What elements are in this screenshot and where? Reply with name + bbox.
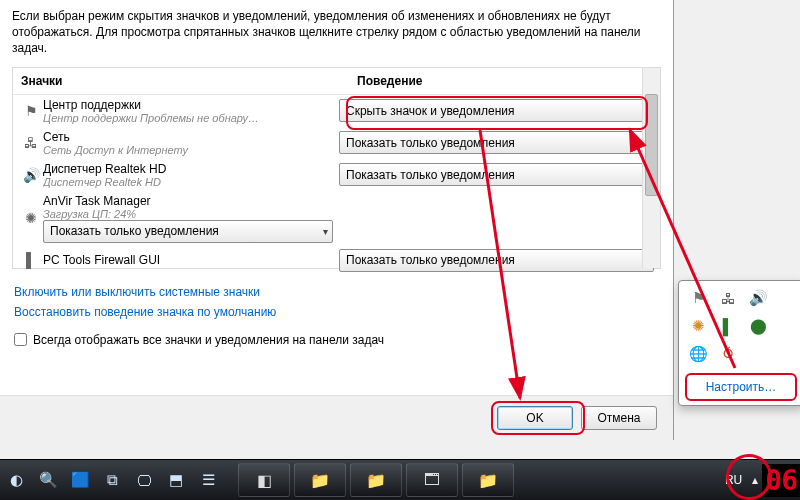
col-header-icons: Значки — [13, 68, 349, 94]
quicklaunch-2[interactable]: 🟦 — [67, 467, 93, 493]
popup-icon-area: ⚑🖧🔊✺▌⬤🌐⥀ — [685, 287, 797, 369]
row-select: Показать только уведомления▾ — [339, 131, 654, 154]
clock-digits: 06 — [762, 464, 800, 497]
taskbar-app-5[interactable]: 📁 — [462, 463, 514, 497]
always-show-row: Всегда отображать все значки и уведомлен… — [0, 327, 673, 353]
taskbar-app-4[interactable]: 🗔 — [406, 463, 458, 497]
row-title: Сеть — [43, 130, 333, 144]
always-show-label: Всегда отображать все значки и уведомлен… — [33, 333, 384, 347]
popup-speaker-icon[interactable]: 🔊 — [749, 289, 767, 307]
row-title: PC Tools Firewall GUI — [43, 253, 333, 267]
grid-scrollbar[interactable] — [642, 68, 660, 268]
row-text: AnVir Task ManagerЗагрузка ЦП: 24%Показа… — [43, 194, 339, 243]
popup-globe-icon[interactable]: 🌐 — [689, 345, 707, 363]
row-subtitle: Диспетчер Realtek HD — [43, 176, 333, 188]
popup-firewall-icon[interactable]: ▌ — [719, 317, 737, 335]
row-text: СетьСеть Доступ к Интернету — [43, 130, 339, 156]
language-indicator[interactable]: RU — [719, 473, 748, 487]
grid-row: 🔊Диспетчер Realtek HDДиспетчер Realtek H… — [13, 159, 660, 191]
row-subtitle: Сеть Доступ к Интернету — [43, 144, 333, 156]
quicklaunch-1[interactable]: 🔍 — [35, 467, 61, 493]
row-text: Диспетчер Realtek HDДиспетчер Realtek HD — [43, 162, 339, 188]
link-restore-default[interactable]: Восстановить поведение значка по умолчан… — [14, 305, 659, 319]
configure-link[interactable]: Настроить… — [689, 377, 793, 397]
popup-cc-icon[interactable]: ⥀ — [719, 345, 737, 363]
col-header-behavior: Поведение — [349, 68, 660, 94]
row-subtitle: Загрузка ЦП: 24% — [43, 208, 333, 220]
tray-chevron-icon[interactable]: ▴ — [748, 473, 762, 487]
taskbar: ◐ 🔍 🟦 ⧉ 🖵 ⬒ ☰ ◧ 📁 📁 🗔 📁 RU ▴ 06 — [0, 459, 800, 500]
grid-header: Значки Поведение — [13, 68, 660, 95]
behavior-dropdown[interactable]: Скрыть значок и уведомления▾ — [339, 99, 654, 122]
taskbar-app-3[interactable]: 📁 — [350, 463, 402, 497]
row-select: Показать только уведомления▾ — [339, 163, 654, 186]
row-text: PC Tools Firewall GUI — [43, 253, 339, 267]
start-button[interactable]: ◐ — [3, 467, 29, 493]
grid-row: 🖧СетьСеть Доступ к ИнтернетуПоказать тол… — [13, 127, 660, 159]
popup-network-icon[interactable]: 🖧 — [719, 289, 737, 307]
speaker-icon: 🔊 — [19, 167, 43, 183]
chevron-down-icon: ▾ — [323, 226, 328, 237]
scrollbar-thumb[interactable] — [645, 94, 658, 196]
quicklaunch-5[interactable]: ⬒ — [163, 467, 189, 493]
behavior-dropdown[interactable]: Показать только уведомления▾ — [339, 131, 654, 154]
taskbar-app-2[interactable]: 📁 — [294, 463, 346, 497]
row-title: Центр поддержки — [43, 98, 333, 112]
grid-row: ✺AnVir Task ManagerЗагрузка ЦП: 24%Показ… — [13, 191, 660, 246]
icons-grid: Значки Поведение ⚑Центр поддержкиЦентр п… — [12, 67, 661, 269]
dialog-button-bar: OK Отмена — [0, 395, 673, 440]
popup-flag-icon[interactable]: ⚑ — [689, 289, 707, 307]
row-select: Показать только уведомления▾ — [339, 249, 654, 272]
system-tray: RU ▴ 06 — [719, 460, 800, 500]
grid-row: ▌PC Tools Firewall GUIПоказать только ув… — [13, 246, 660, 275]
behavior-dropdown[interactable]: Показать только уведомления▾ — [339, 163, 654, 186]
dialog-description: Если выбран режим скрытия значков и увед… — [0, 0, 673, 67]
quicklaunch-4[interactable]: 🖵 — [131, 467, 157, 493]
flag-icon: ⚑ — [19, 103, 43, 119]
ok-button-label: OK — [526, 411, 543, 425]
network-icon: 🖧 — [19, 135, 43, 151]
cancel-button[interactable]: Отмена — [581, 406, 657, 430]
always-show-checkbox[interactable] — [14, 333, 27, 346]
row-text: Центр поддержкиЦентр поддержки Проблемы … — [43, 98, 339, 124]
row-select: Показать только уведомления▾ — [43, 220, 333, 243]
links-area: Включить или выключить системные значки … — [0, 269, 673, 327]
behavior-dropdown[interactable]: Показать только уведомления▾ — [339, 249, 654, 272]
behavior-dropdown[interactable]: Показать только уведомления▾ — [43, 220, 333, 243]
cancel-button-label: Отмена — [597, 411, 640, 425]
ok-button[interactable]: OK — [497, 406, 573, 430]
notification-area-dialog: Если выбран режим скрытия значков и увед… — [0, 0, 674, 440]
row-select: Скрыть значок и уведомления▾ — [339, 99, 654, 122]
link-toggle-system-icons[interactable]: Включить или выключить системные значки — [14, 285, 659, 299]
hidden-icons-popup: ⚑🖧🔊✺▌⬤🌐⥀ Настроить… — [678, 280, 800, 406]
row-title: AnVir Task Manager — [43, 194, 333, 208]
highlight-configure: Настроить… — [685, 373, 797, 401]
quicklaunch-6[interactable]: ☰ — [195, 467, 221, 493]
row-subtitle: Центр поддержки Проблемы не обнару… — [43, 112, 333, 124]
firewall-icon: ▌ — [19, 252, 43, 268]
quicklaunch-3[interactable]: ⧉ — [99, 467, 125, 493]
row-title: Диспетчер Realtek HD — [43, 162, 333, 176]
popup-green-icon[interactable]: ⬤ — [749, 317, 767, 335]
taskbar-app-1[interactable]: ◧ — [238, 463, 290, 497]
popup-anvir-icon[interactable]: ✺ — [689, 317, 707, 335]
grid-row: ⚑Центр поддержкиЦентр поддержки Проблемы… — [13, 95, 660, 127]
anvir-icon: ✺ — [19, 210, 43, 226]
